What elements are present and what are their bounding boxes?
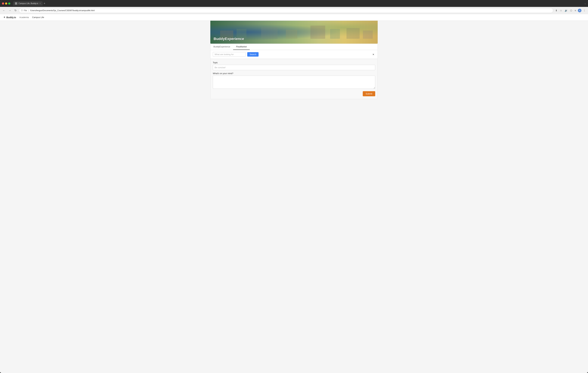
reload-button[interactable]: ↻ <box>13 9 18 12</box>
tab-flea-market[interactable]: FleaMarket <box>233 44 250 50</box>
extension-icon[interactable]: 🔊 <box>564 9 568 12</box>
tab-title-text: Campus Life, Buddy.io <box>19 2 38 5</box>
mind-textarea[interactable] <box>213 76 375 89</box>
hero-title: BuddyExperience <box>214 37 244 41</box>
url-file-prefix: File <box>24 9 27 12</box>
main-card: BuddyExperience FleaMarket Search × <box>210 44 378 99</box>
list-icon[interactable]: ≡ <box>574 9 577 12</box>
url-separator: | <box>28 9 29 12</box>
svg-rect-6 <box>346 28 360 39</box>
maximize-traffic-light[interactable] <box>8 2 10 5</box>
logo-icon: ✦ <box>3 16 5 19</box>
nav-link-campus-life[interactable]: Campus Life <box>32 16 44 19</box>
forward-button[interactable]: → <box>8 9 12 12</box>
logo-text: Buddy.io <box>6 16 16 19</box>
traffic-lights <box>2 2 10 5</box>
browser-toolbar: ← → ↻ ⓘ File | /Users/leoguo/Documents/S… <box>0 7 588 14</box>
menu-icon[interactable]: ⋮ <box>582 9 586 12</box>
topic-label: Topic <box>213 61 375 64</box>
tab-navigation: BuddyExperience FleaMarket <box>210 44 378 50</box>
search-row: Search × <box>210 50 378 59</box>
back-button[interactable]: ← <box>2 9 6 12</box>
page-content: ✦ Buddy.io Academia Campus Life <box>0 14 588 373</box>
main-content: BuddyExperience BuddyExperience FleaMark… <box>207 21 381 99</box>
site-nav: ✦ Buddy.io Academia Campus Life <box>0 14 588 21</box>
mind-label: What's on your mind? <box>213 72 375 75</box>
tab-close-button[interactable]: × <box>40 2 41 4</box>
close-traffic-light[interactable] <box>2 2 4 5</box>
search-input[interactable] <box>213 52 246 57</box>
tab-buddy-experience[interactable]: BuddyExperience <box>210 44 233 50</box>
hero-banner: BuddyExperience <box>210 21 378 44</box>
nav-link-academia[interactable]: Academia <box>19 16 29 19</box>
svg-rect-5 <box>330 29 340 39</box>
svg-rect-7 <box>363 31 373 39</box>
toolbar-icons: ⬆ ☆ 🔊 ⬡ ≡ A ⋮ <box>555 9 586 12</box>
topic-input[interactable] <box>213 65 375 70</box>
search-button[interactable]: Search <box>247 52 259 57</box>
submit-button[interactable]: Submit <box>363 91 375 96</box>
tab-dropdown-button[interactable]: ⌄ <box>584 2 586 5</box>
svg-rect-4 <box>310 26 325 39</box>
minimize-traffic-light[interactable] <box>5 2 7 5</box>
site-logo[interactable]: ✦ Buddy.io <box>3 16 16 19</box>
share-icon[interactable]: ⬆ <box>555 9 558 12</box>
form-submit-row: Submit <box>213 91 375 96</box>
puzzle-icon[interactable]: ⬡ <box>569 9 573 12</box>
close-button[interactable]: × <box>371 53 375 56</box>
browser-titlebar: Campus Life, Buddy.io × + ⌄ <box>0 0 588 7</box>
tab-favicon <box>15 2 17 5</box>
svg-rect-3 <box>286 30 297 39</box>
new-tab-button[interactable]: + <box>44 2 45 5</box>
lock-icon: ⓘ <box>21 9 23 12</box>
url-text: /Users/leoguo/Documents/Syr_Courses/CSE6… <box>30 9 94 12</box>
form-area: Topic What's on your mind? Submit <box>210 59 378 99</box>
browser-window: Campus Life, Buddy.io × + ⌄ ← → ↻ ⓘ File… <box>0 0 588 373</box>
bookmark-icon[interactable]: ☆ <box>559 9 563 12</box>
address-bar[interactable]: ⓘ File | /Users/leoguo/Documents/Syr_Cou… <box>19 8 553 13</box>
active-browser-tab[interactable]: Campus Life, Buddy.io × <box>13 1 43 6</box>
tab-bar: Campus Life, Buddy.io × + ⌄ <box>13 1 586 6</box>
avatar-icon[interactable]: A <box>578 9 581 12</box>
svg-rect-2 <box>261 27 278 39</box>
